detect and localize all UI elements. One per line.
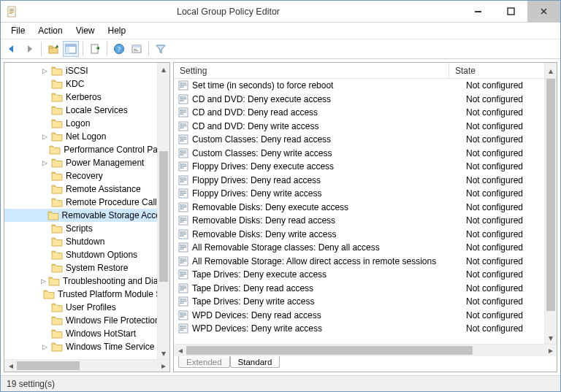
scroll-up-icon[interactable]: ▴: [158, 63, 169, 75]
svg-rect-77: [180, 193, 186, 193]
scroll-right-icon[interactable]: ▸: [157, 360, 169, 372]
svg-rect-97: [180, 231, 186, 232]
tree-item[interactable]: ▷Power Management: [4, 156, 169, 169]
menu-file[interactable]: File: [5, 24, 31, 37]
setting-name: Removable Disks: Deny write access: [192, 229, 462, 239]
tree-item[interactable]: ▷iSCSI: [4, 64, 169, 77]
scroll-left-icon[interactable]: ◂: [4, 360, 17, 372]
tree[interactable]: ▷iSCSIKDCKerberosLocale ServicesLogon▷Ne…: [4, 63, 169, 359]
tree-item[interactable]: User Profiles: [4, 301, 169, 314]
show-tree-button[interactable]: [63, 41, 79, 57]
expander-icon[interactable]: ▷: [41, 133, 49, 141]
tree-item-label: Kerberos: [66, 92, 102, 102]
list-row[interactable]: WPD Devices: Deny write accessNot config…: [174, 322, 557, 336]
svg-rect-119: [180, 274, 186, 274]
list-row[interactable]: Removable Disks: Deny execute accessNot …: [174, 201, 557, 215]
settings-list[interactable]: Set time (in seconds) to force rebootNot…: [174, 79, 557, 344]
tab-standard[interactable]: Standard: [230, 356, 280, 368]
list-row[interactable]: Set time (in seconds) to force rebootNot…: [174, 79, 557, 93]
tree-item[interactable]: ▷Windows Time Service: [4, 340, 169, 353]
properties-button[interactable]: [129, 41, 145, 57]
svg-rect-11: [66, 47, 69, 53]
list-row[interactable]: Removable Disks: Deny write accessNot co…: [174, 228, 557, 242]
tree-item[interactable]: System Restore: [4, 261, 169, 274]
tree-item[interactable]: ▷Net Logon: [4, 130, 169, 143]
filter-button[interactable]: [153, 41, 169, 57]
list-row[interactable]: Removable Disks: Deny read accessNot con…: [174, 214, 557, 228]
list-row[interactable]: Tape Drives: Deny execute accessNot conf…: [174, 268, 557, 282]
tree-item[interactable]: Kerberos: [4, 91, 169, 104]
tree-vertical-scrollbar[interactable]: ▴ ▾: [157, 63, 169, 359]
tree-item[interactable]: Scripts: [4, 222, 169, 235]
list-vertical-scrollbar[interactable]: ▾: [544, 79, 557, 344]
tree-item[interactable]: ▷Troubleshooting and Diagnostics: [4, 274, 169, 288]
tree-item[interactable]: Removable Storage Access: [4, 209, 169, 222]
column-header-state[interactable]: State: [449, 63, 544, 78]
tree-item[interactable]: Trusted Platform Module Services: [4, 288, 169, 301]
scroll-down-icon[interactable]: ▾: [158, 347, 169, 359]
list-row[interactable]: Custom Classes: Deny read accessNot conf…: [174, 133, 557, 147]
setting-name: Tape Drives: Deny write access: [192, 296, 462, 307]
tree-item[interactable]: Shutdown: [4, 235, 169, 248]
setting-name: All Removable Storage classes: Deny all …: [192, 242, 462, 253]
tree-item[interactable]: Remote Procedure Call: [4, 196, 169, 209]
export-button[interactable]: [87, 41, 103, 57]
tree-item[interactable]: Remote Assistance: [4, 182, 169, 196]
svg-point-51: [180, 137, 182, 138]
svg-point-44: [180, 123, 182, 125]
minimize-button[interactable]: [462, 1, 495, 22]
list-horizontal-scrollbar[interactable]: ◂ ▸: [174, 344, 557, 356]
menu-view[interactable]: View: [70, 24, 101, 37]
list-row[interactable]: Floppy Drives: Deny execute accessNot co…: [174, 160, 557, 174]
list-row[interactable]: All Removable Storage: Allow direct acce…: [174, 255, 557, 269]
scroll-down-icon[interactable]: ▾: [545, 331, 557, 344]
tree-item[interactable]: Performance Control Panel: [4, 143, 169, 156]
tree-item[interactable]: Locale Services: [4, 104, 169, 117]
tab-extended[interactable]: Extended: [178, 356, 230, 368]
svg-point-79: [180, 191, 182, 192]
tree-item[interactable]: Windows File Protection: [4, 314, 169, 327]
scroll-left-icon[interactable]: ◂: [174, 345, 186, 356]
svg-text:?: ?: [118, 45, 121, 53]
scroll-right-icon[interactable]: ▸: [544, 345, 557, 356]
tree-item[interactable]: Recovery: [4, 169, 169, 182]
tree-item[interactable]: Shutdown Options: [4, 248, 169, 261]
folder-icon: [51, 197, 63, 207]
tree-item-label: User Profiles: [66, 302, 116, 312]
expander-icon[interactable]: ▷: [41, 67, 49, 75]
list-row[interactable]: WPD Devices: Deny read accessNot configu…: [174, 309, 557, 323]
expander-icon[interactable]: ▷: [41, 159, 49, 167]
back-button[interactable]: [4, 41, 20, 57]
svg-point-150: [180, 328, 182, 329]
expander-icon[interactable]: ▷: [41, 343, 49, 351]
column-header-setting[interactable]: Setting: [174, 63, 449, 78]
forward-button[interactable]: [21, 41, 37, 57]
list-row[interactable]: Floppy Drives: Deny read accessNot confi…: [174, 174, 557, 188]
tree-item-label: Recovery: [66, 171, 103, 181]
list-row[interactable]: Custom Classes: Deny write accessNot con…: [174, 147, 557, 161]
list-row[interactable]: Tape Drives: Deny read accessNot configu…: [174, 282, 557, 296]
tree-item[interactable]: KDC: [4, 77, 169, 91]
svg-point-94: [180, 220, 182, 221]
list-row[interactable]: CD and DVD: Deny read accessNot configur…: [174, 106, 557, 120]
expander-icon: [41, 251, 49, 259]
maximize-button[interactable]: [495, 1, 527, 22]
policy-icon: [178, 242, 188, 253]
tree-horizontal-scrollbar[interactable]: ◂ ▸: [4, 359, 169, 372]
svg-point-80: [180, 193, 182, 194]
list-row[interactable]: All Removable Storage classes: Deny all …: [174, 241, 557, 255]
list-row[interactable]: CD and DVD: Deny execute accessNot confi…: [174, 93, 557, 107]
list-row[interactable]: CD and DVD: Deny write accessNot configu…: [174, 120, 557, 134]
tree-item[interactable]: Logon: [4, 117, 169, 130]
tree-item[interactable]: Windows HotStart: [4, 327, 169, 340]
menu-action[interactable]: Action: [32, 24, 68, 37]
up-button[interactable]: [45, 41, 61, 57]
expander-icon[interactable]: ▷: [41, 277, 46, 285]
settings-panel: Setting State ▴ Set time (in seconds) to…: [173, 62, 557, 372]
setting-name: Set time (in seconds) to force reboot: [192, 80, 462, 91]
list-row[interactable]: Floppy Drives: Deny write accessNot conf…: [174, 187, 557, 201]
list-row[interactable]: Tape Drives: Deny write accessNot config…: [174, 295, 557, 309]
close-button[interactable]: [527, 1, 560, 22]
menu-help[interactable]: Help: [102, 24, 132, 37]
help-button[interactable]: ?: [111, 41, 127, 57]
